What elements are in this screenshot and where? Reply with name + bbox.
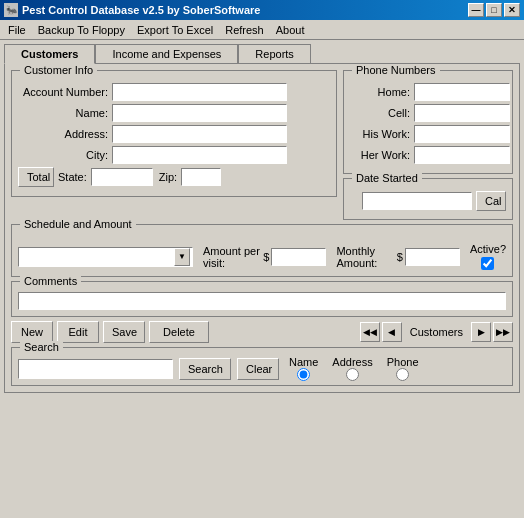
- search-legend: Search: [20, 341, 63, 353]
- monthly-amount-label: Monthly Amount:: [336, 245, 394, 269]
- search-inner: Search Clear Name Address Phone: [18, 356, 506, 381]
- tab-content: Customer Info Account Number: Name: Addr…: [4, 63, 520, 393]
- customer-info-col: Customer Info Account Number: Name: Addr…: [11, 70, 337, 224]
- account-number-input[interactable]: [112, 83, 287, 101]
- new-button[interactable]: New: [11, 321, 53, 343]
- dropdown-arrow-icon[interactable]: ▼: [174, 248, 190, 266]
- schedule-dropdown[interactable]: ▼: [18, 247, 193, 267]
- close-button[interactable]: ✕: [504, 3, 520, 17]
- comments-legend: Comments: [20, 275, 81, 287]
- tab-bar: Customers Income and Expenses Reports: [4, 44, 520, 63]
- his-work-input[interactable]: [414, 125, 510, 143]
- menu-export[interactable]: Export To Excel: [131, 22, 219, 38]
- menu-backup[interactable]: Backup To Floppy: [32, 22, 131, 38]
- schedule-fieldset: Schedule and Amount ▼ Amount per visit: …: [11, 224, 513, 277]
- amount-per-visit-label: Amount per visit:: [203, 245, 261, 269]
- name-input[interactable]: [112, 104, 287, 122]
- radio-name-label: Name: [289, 356, 318, 368]
- active-group: Active?: [470, 243, 506, 270]
- name-row: Name:: [18, 104, 330, 122]
- amount-per-visit-input[interactable]: [271, 248, 326, 266]
- nav-group: ◀◀ ◀ Customers ▶ ▶▶: [360, 322, 513, 342]
- edit-button[interactable]: Edit: [57, 321, 99, 343]
- schedule-dropdown-wrapper: ▼: [18, 247, 193, 267]
- date-started-input[interactable]: [362, 192, 472, 210]
- radio-phone[interactable]: [396, 368, 409, 381]
- menu-file[interactable]: File: [2, 22, 32, 38]
- maximize-button[interactable]: □: [486, 3, 502, 17]
- nav-next-button[interactable]: ▶: [471, 322, 491, 342]
- city-row: City:: [18, 146, 330, 164]
- tab-income-expenses[interactable]: Income and Expenses: [95, 44, 238, 63]
- nav-last-button[interactable]: ▶▶: [493, 322, 513, 342]
- dollar-sign-1: $: [263, 251, 269, 263]
- cell-input[interactable]: [414, 104, 510, 122]
- tab-customers[interactable]: Customers: [4, 44, 95, 64]
- phone-numbers-fieldset: Phone Numbers Home: Cell: His Work:: [343, 70, 513, 174]
- cal-button[interactable]: Cal: [476, 191, 506, 211]
- main-content: Customers Income and Expenses Reports Cu…: [0, 40, 524, 397]
- city-input[interactable]: [112, 146, 287, 164]
- nav-next-icon: ▶: [478, 327, 485, 337]
- state-input[interactable]: [91, 168, 153, 186]
- nav-prev-icon: ◀: [388, 327, 395, 337]
- menu-bar: File Backup To Floppy Export To Excel Re…: [0, 20, 524, 40]
- radio-address[interactable]: [346, 368, 359, 381]
- zip-input[interactable]: [181, 168, 221, 186]
- radio-phone-group: Phone: [387, 356, 419, 381]
- radio-name-group: Name: [289, 356, 318, 381]
- city-label: City:: [18, 149, 108, 161]
- account-number-row: Account Number:: [18, 83, 330, 101]
- schedule-legend: Schedule and Amount: [20, 218, 136, 230]
- his-work-label: His Work:: [350, 128, 410, 140]
- his-work-row: His Work:: [350, 125, 506, 143]
- customer-info-legend: Customer Info: [20, 64, 97, 76]
- cell-row: Cell:: [350, 104, 506, 122]
- home-row: Home:: [350, 83, 506, 101]
- monthly-amount-group: Monthly Amount: $: [336, 245, 459, 269]
- nav-prev-button[interactable]: ◀: [382, 322, 402, 342]
- monthly-amount-input[interactable]: [405, 248, 460, 266]
- right-col: Phone Numbers Home: Cell: His Work:: [343, 70, 513, 224]
- comments-input-wrapper: [18, 292, 506, 310]
- bottom-buttons: New Edit Save Delete ◀◀ ◀ Customers ▶ ▶▶: [11, 321, 513, 343]
- clear-button[interactable]: Clear: [237, 358, 279, 380]
- total-button[interactable]: Total: [18, 167, 54, 187]
- state-zip-row: Total State: Zip:: [18, 167, 330, 187]
- address-label: Address:: [18, 128, 108, 140]
- state-label: State:: [58, 171, 87, 183]
- active-checkbox[interactable]: [481, 257, 494, 270]
- cell-label: Cell:: [350, 107, 410, 119]
- title-bar: 🐜 Pest Control Database v2.5 by SoberSof…: [0, 0, 524, 20]
- her-work-row: Her Work:: [350, 146, 506, 164]
- dollar-sign-2: $: [397, 251, 403, 263]
- address-input[interactable]: [112, 125, 287, 143]
- nav-first-button[interactable]: ◀◀: [360, 322, 380, 342]
- app-icon: 🐜: [4, 3, 18, 17]
- date-started-fieldset: Date Started Cal: [343, 178, 513, 220]
- menu-about[interactable]: About: [270, 22, 311, 38]
- comments-input[interactable]: [18, 292, 506, 310]
- name-label: Name:: [18, 107, 108, 119]
- her-work-input[interactable]: [414, 146, 510, 164]
- schedule-row: ▼ Amount per visit: $ Monthly Amount: $: [18, 243, 506, 270]
- radio-address-group: Address: [332, 356, 372, 381]
- nav-first-icon: ◀◀: [363, 327, 377, 337]
- save-button[interactable]: Save: [103, 321, 145, 343]
- search-input[interactable]: [18, 359, 173, 379]
- tab-reports[interactable]: Reports: [238, 44, 311, 63]
- search-button[interactable]: Search: [179, 358, 231, 380]
- top-section: Customer Info Account Number: Name: Addr…: [11, 70, 513, 224]
- address-row: Address:: [18, 125, 330, 143]
- customer-info-fieldset: Customer Info Account Number: Name: Addr…: [11, 70, 337, 197]
- comments-fieldset: Comments: [11, 281, 513, 317]
- minimize-button[interactable]: —: [468, 3, 484, 17]
- date-started-legend: Date Started: [352, 172, 422, 184]
- title-text: Pest Control Database v2.5 by SoberSoftw…: [22, 4, 260, 16]
- amount-per-visit-group: Amount per visit: $: [203, 245, 326, 269]
- home-input[interactable]: [414, 83, 510, 101]
- customers-nav-label: Customers: [404, 326, 469, 338]
- menu-refresh[interactable]: Refresh: [219, 22, 270, 38]
- radio-name[interactable]: [297, 368, 310, 381]
- delete-button[interactable]: Delete: [149, 321, 209, 343]
